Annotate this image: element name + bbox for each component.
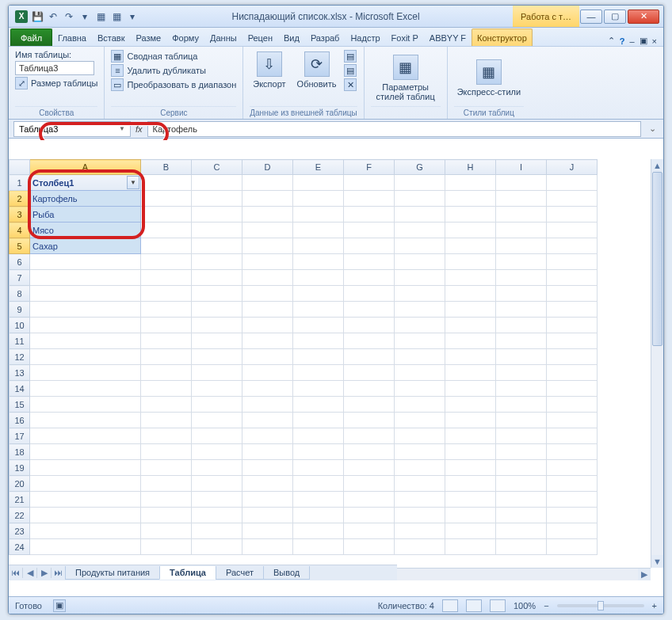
tab-developer[interactable]: Разраб <box>305 29 346 46</box>
cell[interactable] <box>242 492 293 508</box>
cell[interactable] <box>141 207 192 223</box>
cell[interactable] <box>344 333 395 349</box>
cell[interactable] <box>141 444 192 460</box>
cell[interactable] <box>293 286 344 302</box>
cell[interactable] <box>395 428 445 444</box>
cell[interactable] <box>445 476 496 492</box>
cell[interactable] <box>192 175 242 191</box>
cell[interactable] <box>395 413 445 428</box>
cell[interactable] <box>547 238 598 254</box>
cell[interactable] <box>547 175 598 191</box>
cell[interactable] <box>192 523 242 539</box>
view-normal-button[interactable] <box>442 599 458 612</box>
cell[interactable] <box>141 286 192 302</box>
column-header[interactable]: J <box>547 160 598 175</box>
cell[interactable] <box>445 460 496 476</box>
name-box[interactable]: Таблица3 ▼ <box>13 121 131 137</box>
column-header[interactable]: A <box>30 160 141 175</box>
cell[interactable] <box>30 381 141 397</box>
cell[interactable] <box>547 413 598 428</box>
cell[interactable] <box>293 270 344 286</box>
cell[interactable] <box>242 476 293 492</box>
cell[interactable] <box>344 523 395 539</box>
row-header[interactable]: 19 <box>10 460 30 476</box>
cell[interactable] <box>344 318 395 333</box>
cell[interactable] <box>496 191 547 207</box>
tab-table-design[interactable]: Конструктор <box>472 29 533 46</box>
qat-more-icon[interactable]: ▾ <box>78 10 91 23</box>
cell[interactable] <box>293 460 344 476</box>
row-header[interactable]: 21 <box>10 492 30 508</box>
cell[interactable] <box>445 191 496 207</box>
cell[interactable] <box>395 460 445 476</box>
cell[interactable] <box>293 413 344 428</box>
row-header[interactable]: 9 <box>10 302 30 318</box>
cell[interactable] <box>445 254 496 270</box>
cell[interactable] <box>242 349 293 365</box>
cell[interactable] <box>242 444 293 460</box>
cell[interactable] <box>192 381 242 397</box>
cell[interactable] <box>496 302 547 318</box>
cell[interactable] <box>141 428 192 444</box>
fx-label[interactable]: fx <box>136 124 143 134</box>
cell[interactable] <box>445 302 496 318</box>
cell[interactable] <box>547 476 598 492</box>
cell[interactable] <box>547 302 598 318</box>
ext-icon[interactable]: ▤ <box>344 64 357 77</box>
cell[interactable] <box>445 523 496 539</box>
row-header[interactable]: 6 <box>10 254 30 270</box>
cell[interactable] <box>395 254 445 270</box>
column-header[interactable]: G <box>395 160 445 175</box>
cell[interactable] <box>242 365 293 381</box>
cell[interactable] <box>141 191 192 207</box>
chevron-down-icon[interactable]: ▼ <box>119 125 125 132</box>
cell[interactable] <box>496 460 547 476</box>
cell[interactable] <box>344 286 395 302</box>
row-header[interactable]: 2 <box>10 191 30 207</box>
cell[interactable] <box>445 397 496 413</box>
cell[interactable] <box>344 254 395 270</box>
cell[interactable] <box>242 460 293 476</box>
cell[interactable] <box>242 191 293 207</box>
cell[interactable] <box>496 254 547 270</box>
cell[interactable] <box>192 333 242 349</box>
save-icon[interactable]: 💾 <box>31 10 44 23</box>
cell[interactable] <box>547 492 598 508</box>
cell[interactable] <box>547 318 598 333</box>
sheet-nav-last-icon[interactable]: ⏭ <box>52 568 66 578</box>
column-header[interactable]: H <box>445 160 496 175</box>
tab-review[interactable]: Рецен <box>242 29 278 46</box>
maximize-button[interactable]: ▢ <box>604 10 626 24</box>
cell[interactable] <box>293 191 344 207</box>
cell[interactable] <box>344 444 395 460</box>
cell[interactable] <box>192 460 242 476</box>
sheet-nav-first-icon[interactable]: ⏮ <box>9 568 23 578</box>
filter-dropdown-button[interactable]: ▼ <box>127 176 139 189</box>
cell[interactable] <box>395 508 445 523</box>
cell[interactable]: Столбец1▼ <box>30 175 141 191</box>
select-all-corner[interactable] <box>10 160 30 175</box>
cell[interactable] <box>344 238 395 254</box>
cell[interactable] <box>242 223 293 238</box>
cell[interactable] <box>395 207 445 223</box>
cell[interactable] <box>395 175 445 191</box>
cell[interactable] <box>445 349 496 365</box>
cell[interactable] <box>30 286 141 302</box>
cell[interactable] <box>192 365 242 381</box>
tab-abbyy[interactable]: ABBYY F <box>424 29 472 46</box>
cell[interactable] <box>445 508 496 523</box>
cell[interactable] <box>445 238 496 254</box>
tab-foxit[interactable]: Foxit P <box>386 29 424 46</box>
cell[interactable] <box>192 349 242 365</box>
cell[interactable] <box>344 492 395 508</box>
cell[interactable] <box>30 270 141 286</box>
cell[interactable] <box>242 175 293 191</box>
cell[interactable] <box>293 539 344 555</box>
cell[interactable] <box>141 302 192 318</box>
row-header[interactable]: 1 <box>10 175 30 191</box>
cell[interactable] <box>192 191 242 207</box>
cell[interactable] <box>445 270 496 286</box>
cell[interactable] <box>445 365 496 381</box>
cell[interactable] <box>547 286 598 302</box>
cell[interactable] <box>496 318 547 333</box>
